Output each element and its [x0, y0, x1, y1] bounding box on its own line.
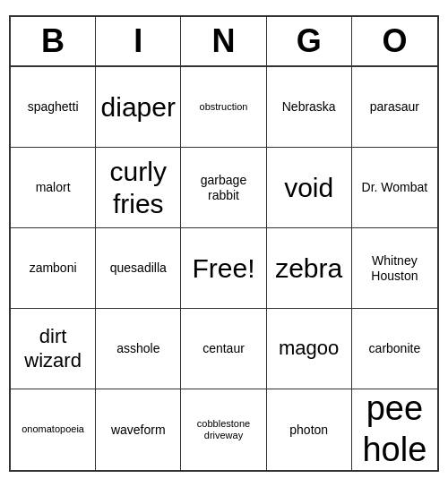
cell-text-12: Free! [192, 252, 254, 285]
cell-text-14: Whitney Houston [356, 253, 434, 284]
cell-16: asshole [96, 309, 181, 389]
header-o: O [352, 17, 437, 65]
cell-text-7: garbage rabbit [185, 173, 262, 203]
cell-14: Whitney Houston [352, 228, 437, 309]
cell-text-23: photon [289, 423, 328, 438]
cell-text-3: Nebraska [282, 99, 336, 115]
cell-text-2: obstruction [200, 101, 248, 113]
bingo-grid: spaghettidiaperobstructionNebraskaparasa… [11, 67, 437, 470]
cell-text-19: carbonite [369, 341, 421, 356]
cell-24: pee hole [352, 389, 437, 470]
bingo-header: B I N G O [11, 17, 437, 67]
cell-5: malort [11, 148, 96, 228]
cell-text-6: curly fries [99, 156, 177, 220]
cell-11: quesadilla [96, 228, 181, 309]
header-g: G [267, 17, 352, 65]
cell-9: Dr. Wombat [352, 148, 437, 228]
cell-21: waveform [96, 389, 181, 470]
cell-12: Free! [181, 228, 266, 309]
cell-text-9: Dr. Wombat [362, 180, 428, 195]
cell-17: centaur [181, 309, 266, 389]
cell-text-17: centaur [202, 341, 245, 356]
cell-text-1: diaper [101, 91, 176, 124]
header-i: I [96, 17, 181, 65]
cell-text-0: spaghetti [28, 99, 79, 115]
cell-7: garbage rabbit [181, 148, 266, 228]
cell-23: photon [267, 389, 352, 470]
cell-text-4: parasaur [370, 99, 419, 115]
cell-0: spaghetti [11, 67, 96, 148]
cell-text-24: pee hole [356, 389, 434, 470]
cell-6: curly fries [96, 148, 181, 228]
cell-text-16: asshole [116, 341, 159, 356]
cell-text-8: void [284, 172, 333, 204]
cell-15: dirt wizard [11, 309, 96, 389]
cell-20: onomatopoeia [11, 389, 96, 470]
header-b: B [11, 17, 96, 65]
cell-18: magoo [267, 309, 352, 389]
cell-22: cobblestone driveway [181, 389, 266, 470]
cell-text-5: malort [36, 180, 71, 195]
cell-13: zebra [267, 228, 352, 309]
cell-1: diaper [96, 67, 181, 148]
cell-text-15: dirt wizard [14, 325, 91, 372]
cell-text-18: magoo [279, 337, 339, 360]
cell-text-13: zebra [275, 252, 342, 285]
cell-text-22: cobblestone driveway [185, 418, 262, 441]
cell-8: void [267, 148, 352, 228]
cell-3: Nebraska [267, 67, 352, 148]
cell-19: carbonite [352, 309, 437, 389]
cell-text-20: onomatopoeia [22, 423, 84, 435]
cell-4: parasaur [352, 67, 437, 148]
cell-text-11: quesadilla [110, 261, 167, 276]
cell-text-21: waveform [111, 423, 166, 438]
bingo-card: B I N G O spaghettidiaperobstructionNebr… [9, 15, 439, 472]
cell-10: zamboni [11, 228, 96, 309]
header-n: N [181, 17, 266, 65]
cell-2: obstruction [181, 67, 266, 148]
cell-text-10: zamboni [30, 261, 77, 276]
